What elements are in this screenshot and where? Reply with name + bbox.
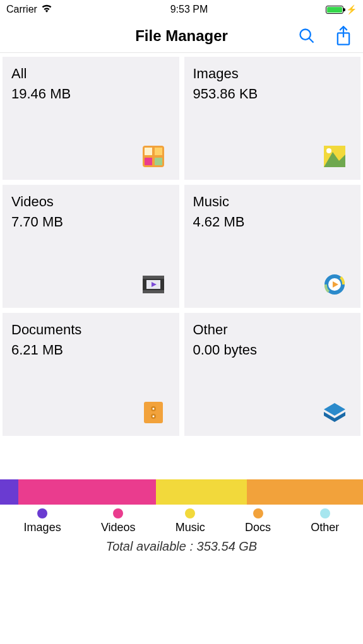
tile-title: Other xyxy=(193,322,352,338)
legend-label: Music xyxy=(176,521,205,534)
storage-section: Images Videos Music Docs Other Total ava… xyxy=(0,479,363,554)
tile-all[interactable]: All 19.46 MB xyxy=(3,57,179,180)
legend-videos: Videos xyxy=(101,508,136,534)
total-available: Total available : 353.54 GB xyxy=(0,539,363,554)
wifi-icon xyxy=(41,4,52,15)
svg-rect-4 xyxy=(145,148,152,155)
svg-rect-16 xyxy=(144,402,163,423)
tile-size: 6.21 MB xyxy=(11,342,170,358)
page-title: File Manager xyxy=(135,27,228,45)
status-time: 9:53 PM xyxy=(170,4,208,15)
legend-label: Videos xyxy=(101,521,136,534)
share-icon xyxy=(335,26,352,46)
storage-bar xyxy=(0,479,363,505)
tile-title: Music xyxy=(193,194,352,210)
svg-point-0 xyxy=(301,29,311,39)
svg-rect-5 xyxy=(155,148,162,155)
other-icon xyxy=(324,402,345,423)
legend-dot xyxy=(37,508,47,518)
music-icon xyxy=(324,274,345,295)
tile-other[interactable]: Other 0.00 bytes xyxy=(184,313,361,436)
legend-music: Music xyxy=(176,508,205,534)
share-button[interactable] xyxy=(334,26,353,45)
nav-bar: File Manager xyxy=(0,19,363,53)
legend-dot xyxy=(113,508,123,518)
legend-dot xyxy=(253,508,263,518)
storage-seg-images xyxy=(0,479,18,505)
category-grid: All 19.46 MB Images 953.86 KB Videos 7.7… xyxy=(0,53,363,436)
storage-seg-videos xyxy=(18,479,157,505)
tile-size: 4.62 MB xyxy=(193,214,352,230)
battery-icon xyxy=(326,6,343,14)
storage-seg-docs xyxy=(247,479,363,505)
legend-dot xyxy=(320,508,330,518)
images-icon xyxy=(324,146,345,167)
legend-docs: Docs xyxy=(245,508,271,534)
tile-title: Documents xyxy=(11,322,170,338)
svg-rect-12 xyxy=(143,290,164,293)
charging-icon: ⚡ xyxy=(346,4,357,15)
storage-seg-music xyxy=(156,479,247,505)
legend-other: Other xyxy=(311,508,339,534)
documents-icon xyxy=(143,402,164,423)
svg-point-18 xyxy=(152,408,154,410)
status-bar: Carrier 9:53 PM ⚡ xyxy=(0,0,363,19)
tile-size: 0.00 bytes xyxy=(193,342,352,358)
status-left: Carrier xyxy=(6,4,52,15)
tile-images[interactable]: Images 953.86 KB xyxy=(184,57,361,180)
search-button[interactable] xyxy=(297,26,316,45)
storage-legend: Images Videos Music Docs Other xyxy=(0,505,363,534)
carrier-label: Carrier xyxy=(6,4,37,15)
tile-title: Videos xyxy=(11,194,170,210)
svg-rect-6 xyxy=(145,158,152,165)
legend-images: Images xyxy=(24,508,61,534)
svg-rect-11 xyxy=(143,276,164,279)
search-icon xyxy=(298,27,316,45)
tile-size: 953.86 KB xyxy=(193,86,352,102)
svg-rect-7 xyxy=(155,158,162,165)
status-right: ⚡ xyxy=(326,4,357,15)
tile-documents[interactable]: Documents 6.21 MB xyxy=(3,313,179,436)
legend-label: Other xyxy=(311,521,339,534)
tile-title: All xyxy=(11,66,170,82)
svg-point-9 xyxy=(326,148,331,153)
all-icon xyxy=(143,146,164,167)
tile-size: 19.46 MB xyxy=(11,86,170,102)
tile-music[interactable]: Music 4.62 MB xyxy=(184,185,361,308)
videos-icon xyxy=(143,274,164,295)
legend-label: Docs xyxy=(245,521,271,534)
tile-videos[interactable]: Videos 7.70 MB xyxy=(3,185,179,308)
legend-label: Images xyxy=(24,521,61,534)
tile-size: 7.70 MB xyxy=(11,214,170,230)
tile-title: Images xyxy=(193,66,352,82)
legend-dot xyxy=(185,508,195,518)
svg-point-20 xyxy=(152,416,154,418)
svg-line-1 xyxy=(309,38,314,42)
